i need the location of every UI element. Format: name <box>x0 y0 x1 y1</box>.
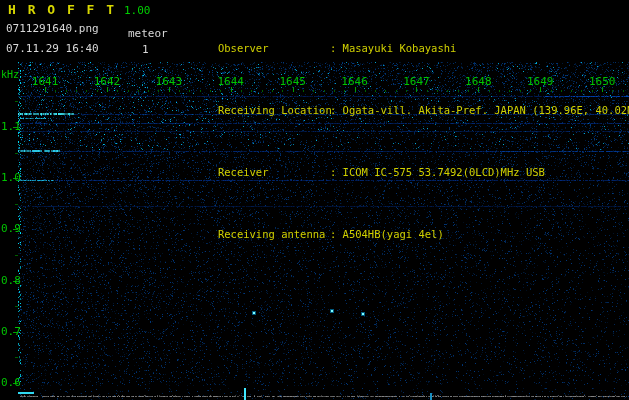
time-tick-label: 1645 <box>279 75 306 88</box>
time-tick-label: 1646 <box>341 75 368 88</box>
hrofft-screen: H R O F F T 1.00 0711291640.png meteor 0… <box>0 0 629 400</box>
meteor-count: 1 <box>142 43 149 56</box>
time-tick-label: 1647 <box>403 75 430 88</box>
header-row: Receiver: ICOM IC-575 53.7492(0LCD)MHz U… <box>180 154 629 191</box>
freq-tick-label: 0.7 <box>1 325 21 338</box>
header-label: Receiving Location <box>218 104 330 116</box>
header-value: : A504HB(yagi 4el) <box>330 228 444 240</box>
header-block: Observer: Masayuki Kobayashi Receiving L… <box>180 5 629 278</box>
freq-tick-label: 0.9 <box>1 222 21 235</box>
time-tick-label: 1648 <box>465 75 492 88</box>
header-row: Observer: Masayuki Kobayashi <box>180 30 629 67</box>
time-tick-label: 1642 <box>94 75 121 88</box>
header-label: Observer <box>218 42 330 54</box>
time-tick-label: 1644 <box>218 75 245 88</box>
header-value: : Ogata-vill. Akita-Pref. JAPAN (139.96E… <box>330 104 629 116</box>
header-value: : ICOM IC-575 53.7492(0LCD)MHz USB <box>330 166 545 178</box>
header-row: Receiving Location: Ogata-vill. Akita-Pr… <box>180 92 629 129</box>
time-tick-label: 1641 <box>32 75 59 88</box>
version-label: 1.00 <box>124 4 151 17</box>
header-label: Receiver <box>218 166 330 178</box>
mode-label: meteor <box>128 27 168 40</box>
header-value: : Masayuki Kobayashi <box>330 42 456 54</box>
time-tick-label: 1650 <box>589 75 616 88</box>
khz-unit-label: kHz <box>1 69 19 80</box>
time-tick-label: 1649 <box>527 75 554 88</box>
freq-tick-label: 0.8 <box>1 274 21 287</box>
datetime-label: 07.11.29 16:40 <box>6 42 99 55</box>
freq-tick-label: 1.0 <box>1 171 21 184</box>
header-label: Receiving antenna <box>218 228 330 240</box>
freq-tick-label: 0.6 <box>1 376 21 389</box>
time-tick-label: 1643 <box>156 75 183 88</box>
freq-tick-label: 1.1 <box>1 120 21 133</box>
header-row: Receiving antenna: A504HB(yagi 4el) <box>180 216 629 253</box>
app-title: H R O F F T <box>8 2 116 17</box>
filename-label: 0711291640.png <box>6 22 99 35</box>
